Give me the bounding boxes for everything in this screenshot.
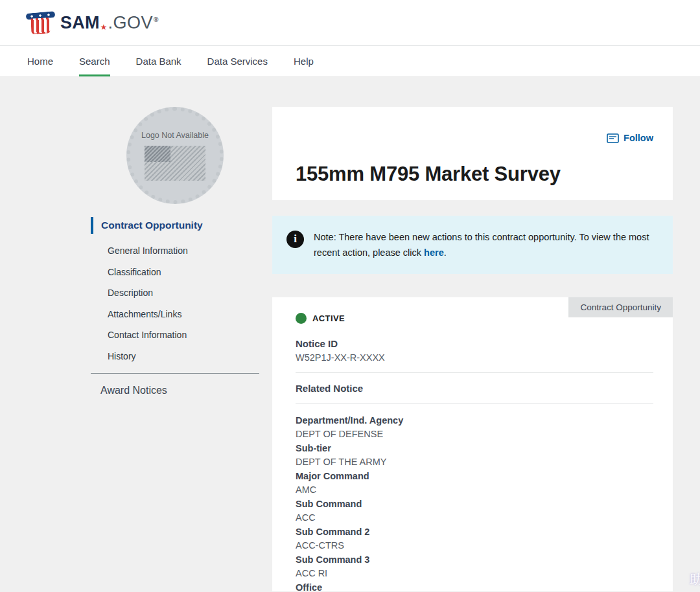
main-column: Follow 155mm M795 Market Survey i Note: … [272,107,673,591]
alert-text-after: . [444,247,447,258]
brand-text: SAM★.GOV® [60,13,159,33]
hierarchy-label: Sub Command 3 [296,553,653,567]
status-badge: ACTIVE [312,313,345,323]
sidebar-item-attachments-links[interactable]: Attachments/Links [91,304,259,325]
content-area: Logo Not Available Contract Opportunity … [0,77,700,591]
sidebar-item-history[interactable]: History [91,346,259,367]
divider [296,404,653,404]
opportunity-header: Follow 155mm M795 Market Survey [272,107,673,200]
flag-canton [145,146,170,162]
nav-search[interactable]: Search [79,46,110,76]
hierarchy-value: DEPT OF THE ARMY [296,455,653,470]
logo-placeholder-text: Logo Not Available [141,131,209,140]
primary-nav: Home Search Data Bank Data Services Help [0,45,700,77]
sidebar: Logo Not Available Contract Opportunity … [91,107,259,591]
opportunity-card: Contract Opportunity ACTIVE Notice ID W5… [272,297,673,592]
active-status-icon [296,313,307,324]
sidebar-item-contract-opportunity[interactable]: Contract Opportunity [91,217,259,234]
sidebar-item-description[interactable]: Description [91,282,259,304]
notice-id-label: Notice ID [296,338,653,349]
follow-label: Follow [624,133,653,143]
hierarchy-label: Department/Ind. Agency [296,414,653,428]
hierarchy-label: Major Command [296,470,653,484]
brand-star-icon: ★ [100,23,108,32]
follow-row: Follow [296,133,653,146]
hierarchy-value: ACC [296,511,653,525]
hat-stripes [30,17,50,34]
sidebar-item-award-notices[interactable]: Award Notices [91,374,259,396]
hierarchy-value: DEPT OF DEFENSE [296,427,653,442]
page: SAM★.GOV® Home Search Data Bank Data Ser… [0,0,700,592]
samgov-hat-icon [26,9,56,36]
notice-id-value: W52P1J-XX-R-XXXX [296,352,653,363]
divider [296,372,653,373]
registered-mark: ® [154,16,159,23]
flag-placeholder-icon [145,146,205,181]
info-alert: i Note: There have been new actions to t… [272,216,673,274]
hierarchy-label: Sub-tier [296,442,653,456]
nav-data-bank[interactable]: Data Bank [136,46,181,76]
logo-not-available-badge: Logo Not Available [126,107,224,204]
brand-gov: .GOV [108,13,154,33]
alert-here-link[interactable]: here [424,247,444,258]
hierarchy-value: AMC [296,483,653,497]
sidebar-item-general-information[interactable]: General Information [91,240,259,262]
info-icon: i [286,231,304,248]
brand-sam: SAM [60,13,100,33]
hierarchy-value: ACC-CTRS [296,539,653,553]
page-title: 155mm M795 Market Survey [296,163,653,186]
tab-contract-opportunity[interactable]: Contract Opportunity [568,297,673,317]
entity-logo-wrap: Logo Not Available [91,107,259,204]
alert-text: Note: There have been new actions to thi… [314,229,656,260]
alert-text-before: Note: There have been new actions to thi… [314,232,649,258]
sidebar-item-classification[interactable]: Classification [91,262,259,283]
agency-hierarchy: Department/Ind. Agency DEPT OF DEFENSE S… [296,414,653,592]
hierarchy-label: Office [296,581,653,592]
follow-icon [607,133,619,143]
hierarchy-label: Sub Command 2 [296,525,653,540]
hierarchy-value: ACC RI [296,567,653,581]
follow-button[interactable]: Follow [607,133,653,143]
nav-data-services[interactable]: Data Services [207,46,268,76]
hierarchy-label: Sub Command [296,497,653,512]
nav-help[interactable]: Help [294,46,314,76]
sidebar-item-contact-information[interactable]: Contact Information [91,324,259,346]
site-header: SAM★.GOV® [0,0,700,45]
samgov-logo[interactable]: SAM★.GOV® [26,9,159,36]
nav-home[interactable]: Home [27,46,53,76]
related-notice-label: Related Notice [296,383,653,394]
